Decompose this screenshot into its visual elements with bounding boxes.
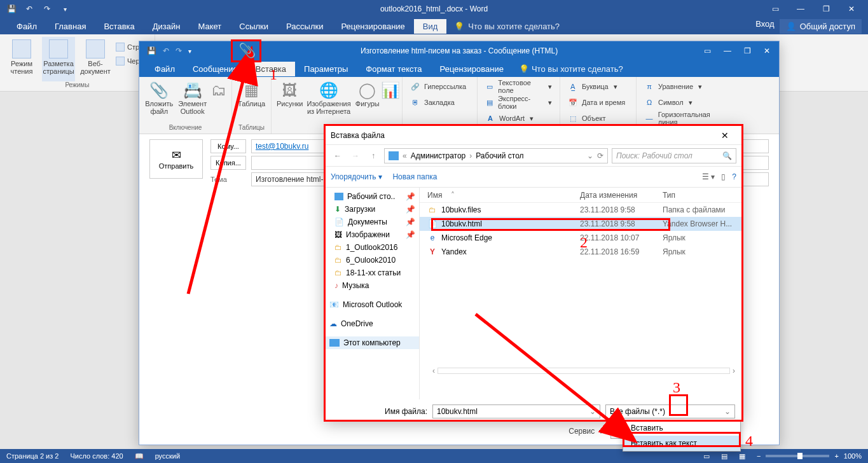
refresh-icon[interactable]: ⟳ xyxy=(597,151,603,160)
side-documents[interactable]: 📄Документы📌 xyxy=(324,216,419,228)
table-button[interactable]: ▦ Таблица xyxy=(237,79,266,124)
menu-insert-as-text[interactable]: Вставить как текст xyxy=(623,436,740,451)
filename-input[interactable]: 10bukv.html ⌄ xyxy=(432,404,600,418)
address-bar[interactable]: « Администратор › Рабочий стол ⌄ ⟳ xyxy=(384,148,608,163)
side-onedrive[interactable]: ☁OneDrive xyxy=(324,317,419,330)
equation-button[interactable]: πУравнение▾ xyxy=(642,79,733,93)
status-words[interactable]: Число слов: 420 xyxy=(70,452,123,460)
tell-me[interactable]: 💡 Что вы хотите сделать? xyxy=(454,22,560,31)
undo-icon[interactable]: ↶ xyxy=(24,4,34,14)
close-icon[interactable]: ✕ xyxy=(846,4,857,14)
ol-minimize-icon[interactable]: — xyxy=(724,46,731,55)
print-layout-button[interactable]: Разметка страницы xyxy=(42,37,75,81)
side-thispc[interactable]: Этот компьютер xyxy=(324,336,419,349)
tab-references[interactable]: Ссылки xyxy=(230,19,277,34)
side-downloads[interactable]: ⬇Загрузки📌 xyxy=(324,203,419,216)
file-row-selected[interactable]: 📄10bukv.html 23.11.2018 9:58Yandex Brows… xyxy=(420,217,743,231)
view-read-icon[interactable]: ▭ xyxy=(703,452,710,460)
save-icon[interactable]: 💾 xyxy=(6,4,17,14)
spellcheck-icon[interactable]: 📖 xyxy=(135,452,144,460)
chevron-down-icon[interactable]: ⌄ xyxy=(587,151,593,160)
ol-restore-icon[interactable]: ❐ xyxy=(744,46,751,55)
cc-button[interactable]: Копия... xyxy=(210,156,246,170)
breadcrumb-admin[interactable]: Администратор xyxy=(411,151,466,160)
shapes-button[interactable]: ◯ Фигуры xyxy=(355,79,380,124)
view-print-icon[interactable]: ▤ xyxy=(721,452,727,460)
bookmark-button[interactable]: ⛨Закладка xyxy=(408,95,472,109)
tools-button[interactable]: Сервис ▾ xyxy=(568,427,603,436)
hyperlink-button[interactable]: 🔗Гиперссылка xyxy=(408,79,472,93)
ol-close-icon[interactable]: ✕ xyxy=(764,46,770,55)
to-button[interactable]: Кому... xyxy=(210,139,246,153)
view-icon[interactable]: ☰ ▾ xyxy=(702,172,715,181)
zoom-control[interactable]: − + 100% xyxy=(757,452,862,460)
tab-mailings[interactable]: Рассылки xyxy=(277,19,332,34)
ol-tab-file[interactable]: Файл xyxy=(146,62,184,76)
status-lang[interactable]: русский xyxy=(155,452,180,460)
tab-file[interactable]: Файл xyxy=(8,19,46,34)
tab-design[interactable]: Дизайн xyxy=(144,19,189,34)
menu-insert[interactable]: Вставить xyxy=(623,420,740,436)
ol-tab-format[interactable]: Формат текста xyxy=(357,62,431,76)
online-pictures-button[interactable]: 🌐 Изображения из Интернета xyxy=(307,79,351,124)
ol-undo-icon[interactable]: ↶ xyxy=(163,46,169,55)
zoom-slider[interactable] xyxy=(766,455,829,457)
side-msoutlook[interactable]: 📧Microsoft Outlook xyxy=(324,298,419,311)
tab-home[interactable]: Главная xyxy=(46,19,95,34)
quickparts-button[interactable]: ▤Экспресс-блоки▾ xyxy=(483,95,555,109)
organize-button[interactable]: Упорядочить▾ xyxy=(331,172,382,181)
datetime-button[interactable]: 📅Дата и время xyxy=(565,95,631,109)
ol-tell-me[interactable]: 💡 Что вы хотите сделать? xyxy=(519,64,623,74)
share-button[interactable]: 👤 Общий доступ xyxy=(780,19,862,34)
wordart-button[interactable]: AWordArt▾ xyxy=(483,111,555,125)
preview-icon[interactable]: ▯ xyxy=(721,172,726,181)
zoom-value[interactable]: 100% xyxy=(844,452,862,460)
breadcrumb-desktop[interactable]: Рабочий стол xyxy=(476,151,523,160)
side-folder2[interactable]: 🗀6_Oulook2010 xyxy=(324,254,419,266)
signin-link[interactable]: Вход xyxy=(755,19,774,34)
side-folder1[interactable]: 🗀1_Outlook2016 xyxy=(324,241,419,254)
qat-more-icon[interactable]: ▾ xyxy=(60,4,70,14)
textbox-button[interactable]: ▭Текстовое поле▾ xyxy=(483,79,555,93)
attach-file-button[interactable]: 📎 Вложить файл xyxy=(144,79,174,124)
ol-tab-review[interactable]: Рецензирование xyxy=(431,62,513,76)
file-type-filter[interactable]: Все файлы (*.*) ⌄ xyxy=(605,404,735,418)
pictures-button[interactable]: 🖼 Рисунки xyxy=(277,79,303,124)
reading-mode-button[interactable]: Режим чтения xyxy=(5,37,38,81)
ol-ribbon-opts-icon[interactable]: ▭ xyxy=(704,46,711,55)
tab-view[interactable]: Вид xyxy=(414,19,447,34)
restore-icon[interactable]: ❐ xyxy=(821,4,831,14)
help-icon[interactable]: ? xyxy=(732,172,736,181)
chevron-down-icon[interactable]: ⌄ xyxy=(589,407,596,416)
signature-button[interactable]: 🗂 xyxy=(211,79,226,124)
zoom-out-icon[interactable]: − xyxy=(757,452,761,460)
outlook-item-button[interactable]: 📇 Элемент Outlook xyxy=(178,79,208,124)
dialog-close-icon[interactable]: ✕ xyxy=(713,130,736,141)
hr-button[interactable]: —Горизонтальная линия xyxy=(642,111,733,125)
tab-layout[interactable]: Макет xyxy=(189,19,230,34)
nav-up-icon[interactable]: ↑ xyxy=(366,149,380,163)
minimize-icon[interactable]: — xyxy=(796,4,806,14)
ol-tab-options[interactable]: Параметры xyxy=(295,62,357,76)
side-folder3[interactable]: 🗀18-11-xx статьи xyxy=(324,266,419,279)
smartart-button[interactable]: 📊 xyxy=(384,79,397,124)
tab-review[interactable]: Рецензирование xyxy=(332,19,413,34)
status-page[interactable]: Страница 2 из 2 xyxy=(6,452,59,460)
file-row[interactable]: 🗀10bukv.files 23.11.2018 9:58Папка с фай… xyxy=(420,203,743,217)
tab-insert[interactable]: Вставка xyxy=(95,19,143,34)
ol-tab-message[interactable]: Сообщение xyxy=(184,62,247,76)
nav-back-icon[interactable]: ← xyxy=(331,149,345,163)
side-music[interactable]: ♪Музыка xyxy=(324,279,419,292)
send-button[interactable]: ✉ Отправить xyxy=(149,139,203,179)
view-web-icon[interactable]: ▦ xyxy=(739,452,745,460)
new-folder-button[interactable]: Новая папка xyxy=(392,172,437,181)
ol-redo-icon[interactable]: ↷ xyxy=(176,46,182,55)
web-layout-button[interactable]: Веб-документ xyxy=(79,37,112,81)
ol-qat-more-icon[interactable]: ▾ xyxy=(188,48,191,55)
nav-forward-icon[interactable]: → xyxy=(348,149,362,163)
col-type[interactable]: Тип xyxy=(663,191,743,200)
search-input[interactable]: Поиск: Рабочий стол 🔍 xyxy=(612,148,736,163)
col-name[interactable]: Имя xyxy=(427,191,442,200)
side-desktop[interactable]: Рабочий сто..📌 xyxy=(324,190,419,203)
ol-save-icon[interactable]: 💾 xyxy=(147,46,156,55)
